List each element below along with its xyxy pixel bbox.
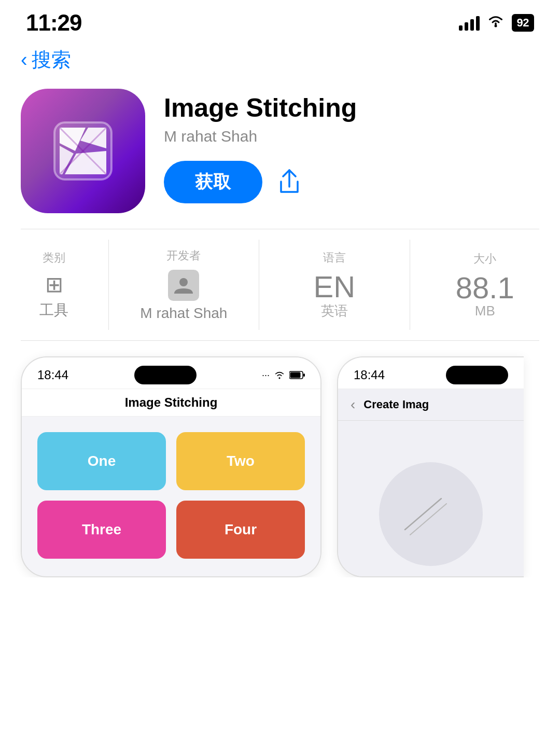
phone1-wifi-icon	[274, 370, 285, 380]
phone1-time: 18:44	[37, 368, 68, 382]
phone2-time: 18:44	[354, 368, 385, 382]
app-developer: M rahat Shah	[164, 128, 539, 145]
category-value: 工具	[39, 300, 68, 320]
size-value-sub: MB	[475, 303, 495, 319]
size-value-main: 88.1	[456, 273, 514, 303]
svg-point-9	[179, 278, 188, 286]
app-actions: 获取	[164, 161, 539, 203]
developer-icon	[168, 270, 199, 301]
phone2-circle	[379, 462, 483, 566]
svg-line-15	[410, 504, 446, 535]
phone2-pill	[446, 366, 508, 384]
phone2-status-bar: 18:44	[338, 357, 524, 389]
back-label: 搜索	[32, 47, 71, 73]
get-button[interactable]: 获取	[164, 161, 262, 203]
share-button[interactable]	[278, 169, 301, 195]
screenshot-1: 18:44 ··· Image Stitching One Two	[21, 356, 321, 577]
info-developer: 开发者 M rahat Shah	[109, 240, 259, 330]
app-icon	[21, 89, 145, 213]
app-name: Image Stitching	[164, 94, 539, 122]
phone2-back-icon: ‹	[351, 396, 355, 413]
phone1-content: One Two Three Four	[22, 417, 320, 569]
phone2-content	[338, 421, 524, 576]
status-time: 11:29	[26, 10, 82, 36]
app-header: Image Stitching M rahat Shah 获取	[0, 84, 560, 229]
app-info: Image Stitching M rahat Shah 获取	[164, 89, 539, 203]
svg-line-14	[405, 499, 441, 530]
status-icons: 92	[459, 14, 534, 32]
developer-label: 开发者	[166, 248, 201, 264]
status-bar: 11:29 92	[0, 0, 560, 42]
phone1-nav: Image Stitching	[22, 389, 320, 417]
screenshots-section: 18:44 ··· Image Stitching One Two	[0, 341, 560, 577]
info-category: 类别 ⊞ 工具	[0, 240, 109, 330]
phone1-btn-three[interactable]: Three	[37, 501, 166, 559]
phone1-battery-icon	[289, 371, 305, 379]
battery-indicator: 92	[512, 14, 534, 32]
svg-rect-12	[290, 372, 300, 378]
language-value-sub: 英语	[321, 302, 348, 320]
signal-icon	[459, 15, 480, 31]
phone1-pill	[134, 366, 197, 384]
phone1-icons: ···	[262, 370, 305, 381]
phone1-btn-four[interactable]: Four	[176, 501, 305, 559]
info-language: 语言 EN 英语	[259, 240, 410, 330]
screenshot-2: 18:44 ‹ Create Imag	[337, 356, 524, 577]
back-chevron-icon: ‹	[21, 49, 27, 71]
phone2-nav: ‹ Create Imag	[338, 389, 524, 421]
size-label: 大小	[473, 251, 496, 267]
language-value-main: EN	[314, 272, 356, 302]
phone1-btn-one[interactable]: One	[37, 432, 166, 490]
info-bar: 类别 ⊞ 工具 开发者 M rahat Shah 语言 EN 英语 大小 88.…	[0, 229, 560, 340]
back-navigation[interactable]: ‹ 搜索	[0, 42, 560, 84]
phone1-btn-two[interactable]: Two	[176, 432, 305, 490]
phone2-title: Create Imag	[363, 398, 429, 411]
category-label: 类别	[43, 250, 65, 266]
svg-point-0	[494, 24, 497, 27]
svg-rect-13	[303, 374, 305, 377]
language-label: 语言	[323, 250, 346, 266]
developer-value: M rahat Shah	[140, 305, 227, 322]
wifi-icon	[487, 14, 505, 32]
info-size: 大小 88.1 MB	[410, 240, 560, 330]
phone1-dots-icon: ···	[262, 370, 270, 381]
svg-point-10	[278, 377, 280, 379]
phone1-status-bar: 18:44 ···	[22, 357, 320, 389]
